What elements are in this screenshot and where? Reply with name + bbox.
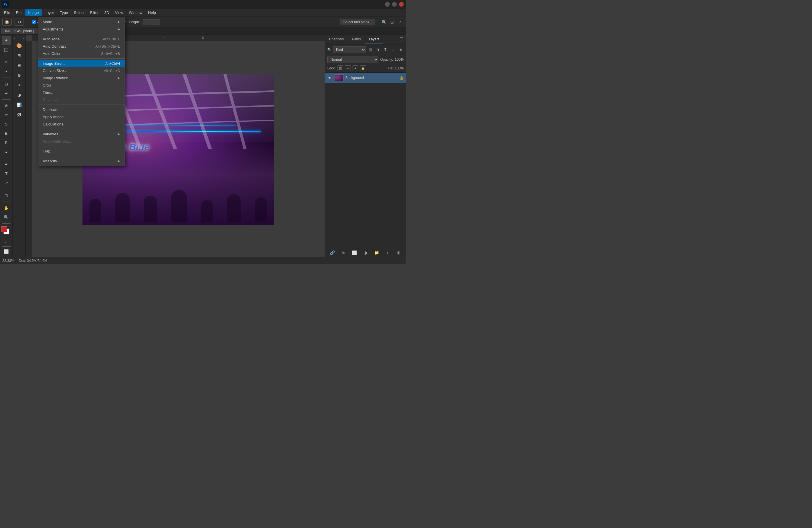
menu-trim[interactable]: Trim... bbox=[38, 89, 125, 96]
separator-4 bbox=[38, 129, 125, 129]
menu-canvas-size[interactable]: Canvas Size... Alt+Ctrl+C bbox=[38, 67, 125, 74]
image-dropdown-menu: Mode ▶ Adjustments ▶ Auto Tone Shift+Ctr… bbox=[38, 17, 125, 166]
menu-image-size-label: Image Size... bbox=[43, 61, 65, 65]
menu-analysis-arrow: ▶ bbox=[118, 159, 120, 163]
menu-adjustments-label: Adjustments bbox=[43, 27, 63, 31]
menu-auto-tone[interactable]: Auto Tone Shift+Ctrl+L bbox=[38, 35, 125, 43]
menu-duplicate-label: Duplicate... bbox=[43, 107, 61, 112]
menu-analysis[interactable]: Analysis ▶ bbox=[38, 158, 125, 165]
separator-5 bbox=[38, 146, 125, 146]
menu-auto-color-shortcut: Shift+Ctrl+B bbox=[101, 52, 120, 56]
menu-image-rotation-arrow: ▶ bbox=[118, 76, 120, 80]
menu-crop-label: Crop bbox=[43, 83, 51, 87]
menu-adjustments[interactable]: Adjustments ▶ bbox=[38, 26, 125, 33]
menu-variables-label: Variables bbox=[43, 132, 58, 136]
menu-apply-image[interactable]: Apply Image... bbox=[38, 113, 125, 120]
menu-calculations[interactable]: Calculations... bbox=[38, 120, 125, 128]
menu-image-rotation[interactable]: Image Rotation ▶ bbox=[38, 74, 125, 82]
menu-crop[interactable]: Crop bbox=[38, 82, 125, 89]
menu-image-size[interactable]: Image Size... Alt+Ctrl+I bbox=[38, 60, 125, 67]
menu-apply-image-label: Apply Image... bbox=[43, 115, 67, 119]
menu-canvas-size-shortcut: Alt+Ctrl+C bbox=[104, 69, 120, 73]
menu-auto-contrast-label: Auto Contrast bbox=[43, 44, 66, 48]
menu-analysis-label: Analysis bbox=[43, 159, 57, 163]
menu-canvas-size-label: Canvas Size... bbox=[43, 69, 67, 73]
menu-variables[interactable]: Variables ▶ bbox=[38, 130, 125, 138]
menu-trap-label: Trap... bbox=[43, 149, 54, 153]
menu-mode-label: Mode bbox=[43, 20, 52, 24]
menu-trap[interactable]: Trap... bbox=[38, 148, 125, 155]
menu-mode-arrow: ▶ bbox=[118, 20, 120, 24]
menu-image-size-shortcut: Alt+Ctrl+I bbox=[105, 62, 120, 65]
menu-reveal-all: Reveal All bbox=[38, 96, 125, 103]
menu-auto-color-label: Auto Color bbox=[43, 52, 60, 56]
menu-auto-contrast-shortcut: Alt+Shift+Ctrl+L bbox=[96, 44, 120, 48]
menu-reveal-all-label: Reveal All bbox=[43, 98, 59, 102]
menu-apply-data-set: Apply Data Set... bbox=[38, 138, 125, 145]
separator-2 bbox=[38, 58, 125, 59]
menu-variables-arrow: ▶ bbox=[118, 132, 120, 136]
separator-6 bbox=[38, 156, 125, 156]
menu-duplicate[interactable]: Duplicate... bbox=[38, 106, 125, 113]
menu-mode[interactable]: Mode ▶ bbox=[38, 18, 125, 26]
menu-auto-tone-label: Auto Tone bbox=[43, 37, 59, 41]
menu-image-rotation-label: Image Rotation bbox=[43, 76, 68, 80]
menu-trim-label: Trim... bbox=[43, 90, 53, 95]
menu-auto-contrast[interactable]: Auto Contrast Alt+Shift+Ctrl+L bbox=[38, 43, 125, 50]
menu-auto-tone-shortcut: Shift+Ctrl+L bbox=[102, 37, 120, 41]
menu-calculations-label: Calculations... bbox=[43, 122, 67, 126]
menu-adjustments-arrow: ▶ bbox=[118, 27, 120, 31]
menu-apply-data-set-label: Apply Data Set... bbox=[43, 139, 71, 144]
menu-auto-color[interactable]: Auto Color Shift+Ctrl+B bbox=[38, 50, 125, 57]
